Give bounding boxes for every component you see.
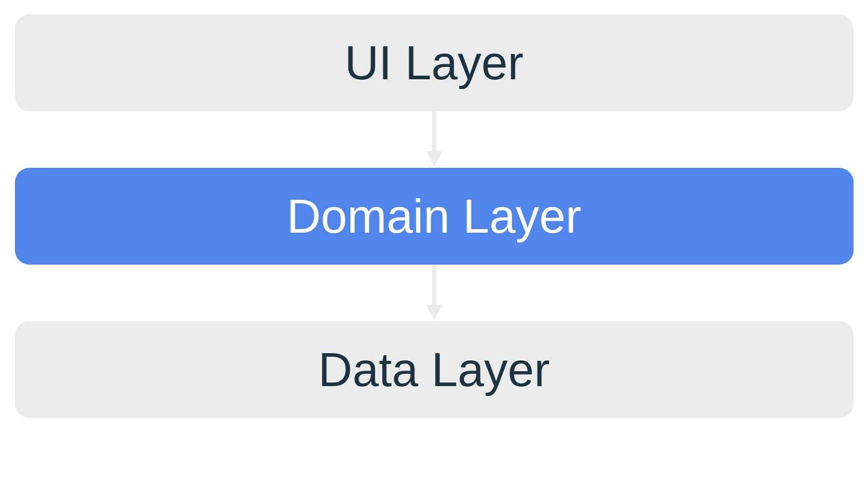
arrow-ui-to-domain bbox=[424, 111, 445, 168]
arrow-down-icon bbox=[424, 111, 445, 168]
svg-marker-3 bbox=[426, 305, 442, 320]
data-layer-label: Data Layer bbox=[318, 343, 550, 397]
data-layer-box: Data Layer bbox=[15, 321, 854, 418]
arrow-down-icon bbox=[424, 265, 445, 321]
ui-layer-label: UI Layer bbox=[345, 36, 524, 90]
domain-layer-label: Domain Layer bbox=[287, 189, 581, 244]
domain-layer-box: Domain Layer bbox=[15, 168, 854, 265]
ui-layer-box: UI Layer bbox=[15, 14, 854, 111]
arrow-domain-to-data bbox=[424, 265, 445, 321]
svg-marker-1 bbox=[426, 151, 442, 167]
